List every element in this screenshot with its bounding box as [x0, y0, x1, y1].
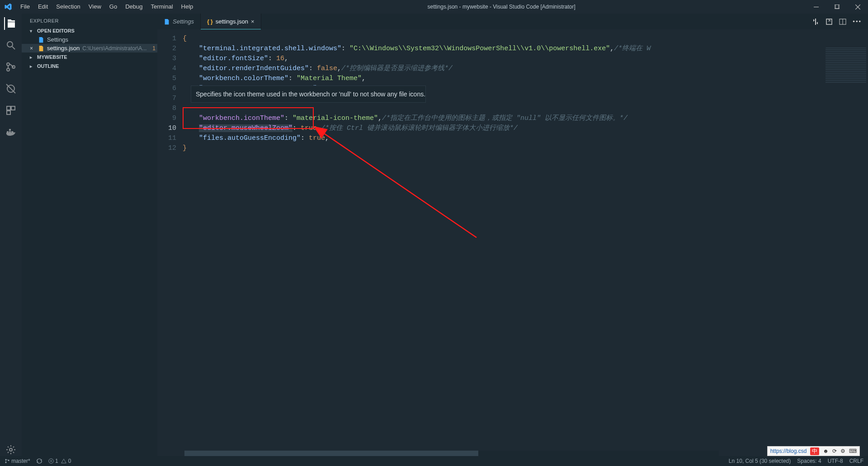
tab-label: Settings	[173, 18, 194, 25]
problems[interactable]: 1 0	[48, 458, 71, 464]
explorer-icon[interactable]	[4, 17, 17, 30]
maximize-icon[interactable]	[826, 0, 847, 14]
svg-point-5	[7, 63, 9, 66]
menubar: FileEditSelectionViewGoDebugTerminalHelp	[16, 0, 197, 14]
close-icon[interactable]	[847, 0, 868, 14]
svg-point-3	[7, 42, 13, 47]
encoding[interactable]: UTF-8	[828, 458, 843, 464]
code-line[interactable]: "files.autoGuessEncoding": true,	[183, 133, 868, 143]
tab-label: settings.json	[216, 18, 248, 25]
file-name: Settings	[47, 36, 68, 43]
editor-actions: •••	[812, 14, 868, 29]
titlebar: FileEditSelectionViewGoDebugTerminalHelp…	[0, 0, 868, 14]
file-path: C:\Users\Administrator\A...	[82, 45, 150, 52]
code-content[interactable]: { "terminal.integrated.shell.windows": "…	[183, 29, 868, 456]
compare-icon[interactable]	[812, 18, 819, 25]
chevron-right-icon: ▸	[30, 64, 35, 69]
open-editor-item[interactable]: Settings	[22, 35, 157, 44]
svg-rect-2	[835, 5, 840, 9]
code-line[interactable]: "editor.renderIndentGuides": false,/*控制编…	[183, 64, 868, 74]
open-file-icon[interactable]	[826, 18, 833, 25]
cursor-position[interactable]: Ln 10, Col 5 (30 selected)	[729, 458, 791, 464]
activity-bar	[0, 14, 22, 456]
debug-icon[interactable]	[5, 82, 17, 95]
annotation-box	[183, 107, 314, 129]
horizontal-scrollbar[interactable]	[184, 451, 719, 456]
explorer-header: EXPLORER	[22, 14, 157, 26]
svg-rect-12	[7, 111, 10, 114]
gear-icon[interactable]	[5, 443, 17, 456]
extensions-icon[interactable]	[5, 104, 17, 117]
search-icon[interactable]	[5, 39, 17, 52]
open-editors-section[interactable]: ▾ OPEN EDITORS	[22, 26, 157, 35]
svg-point-23	[5, 462, 7, 463]
hover-tooltip: Specifies the icon theme used in the wor…	[191, 86, 426, 103]
code-line[interactable]: {	[183, 34, 868, 44]
window-title: settings.json - mywebsite - Visual Studi…	[197, 4, 806, 10]
svg-point-6	[7, 68, 9, 71]
menu-terminal[interactable]: Terminal	[146, 0, 177, 14]
menu-help[interactable]: Help	[177, 0, 198, 14]
menu-selection[interactable]: Selection	[52, 0, 84, 14]
minimize-icon[interactable]	[806, 0, 826, 14]
ime-icon[interactable]: ☻	[823, 448, 829, 454]
status-bar: master* 1 0 Ln 10, Col 5 (30 selected) S…	[0, 456, 868, 466]
open-editors-label: OPEN EDITORS	[37, 28, 75, 33]
file-icon	[164, 19, 170, 25]
json-icon: { }	[207, 18, 213, 25]
file-icon	[38, 37, 44, 43]
outline-section[interactable]: ▸ OUTLINE	[22, 62, 157, 71]
svg-point-17	[9, 448, 12, 451]
source-control-icon[interactable]	[5, 61, 17, 73]
editor-tabs: Settings{ }settings.json× •••	[157, 14, 868, 29]
menu-go[interactable]: Go	[105, 0, 121, 14]
code-line[interactable]: "terminal.integrated.shell.windows": "C:…	[183, 44, 868, 54]
open-editor-item[interactable]: ×settings.jsonC:\Users\Administrator\A..…	[22, 44, 157, 52]
sync-icon[interactable]	[37, 458, 42, 464]
menu-edit[interactable]: Edit	[34, 0, 52, 14]
menu-file[interactable]: File	[16, 0, 34, 14]
svg-rect-16	[9, 129, 11, 131]
editor-tab[interactable]: { }settings.json×	[201, 14, 261, 29]
svg-rect-10	[7, 106, 10, 110]
svg-point-22	[5, 459, 7, 461]
ime-lang-badge[interactable]: 中	[810, 447, 819, 455]
menu-view[interactable]: View	[85, 0, 105, 14]
chevron-right-icon: ▸	[30, 55, 35, 60]
docker-icon[interactable]	[5, 126, 17, 138]
chevron-down-icon: ▾	[30, 29, 35, 33]
file-name: settings.json	[47, 45, 80, 52]
split-editor-icon[interactable]	[839, 18, 846, 25]
window-controls	[806, 0, 868, 14]
ime-icon[interactable]: ⟳	[832, 448, 837, 454]
ime-overlay: https://blog.csd 中 ☻ ⟳ ⚙ ⌨	[767, 446, 860, 456]
more-icon[interactable]: •••	[853, 18, 862, 25]
close-icon[interactable]: ×	[251, 18, 255, 25]
ime-keyboard-icon[interactable]: ⌨	[849, 448, 857, 454]
svg-line-4	[12, 47, 15, 49]
vscode-logo-icon	[0, 3, 16, 11]
outline-label: OUTLINE	[37, 63, 59, 69]
line-gutter: 123456789101112	[157, 29, 183, 456]
code-line[interactable]: "workbench.colorTheme": "Material Theme"…	[183, 74, 868, 84]
editor-body[interactable]: 123456789101112 { "terminal.integrated.s…	[157, 29, 868, 456]
json-icon	[38, 45, 44, 52]
minimap[interactable]	[826, 48, 866, 84]
code-line[interactable]: "editor.fontSize": 16,	[183, 54, 868, 64]
ime-url: https://blog.csd	[770, 448, 807, 454]
ime-gear-icon[interactable]: ⚙	[840, 448, 845, 454]
menu-debug[interactable]: Debug	[121, 0, 146, 14]
workspace-label: MYWEBSITE	[37, 54, 67, 60]
close-icon[interactable]: ×	[30, 45, 33, 52]
problems-badge: 1	[152, 45, 156, 52]
svg-rect-0	[814, 7, 819, 7]
svg-rect-11	[11, 106, 15, 110]
editor-tab[interactable]: Settings	[157, 14, 201, 29]
eol[interactable]: CRLF	[849, 458, 863, 464]
editor-area: Settings{ }settings.json× ••• 1234567891…	[157, 14, 868, 456]
git-branch[interactable]: master*	[5, 458, 30, 464]
svg-rect-1	[835, 5, 839, 9]
code-line[interactable]: }	[183, 143, 868, 153]
indentation[interactable]: Spaces: 4	[797, 458, 821, 464]
workspace-section[interactable]: ▸ MYWEBSITE	[22, 52, 157, 62]
